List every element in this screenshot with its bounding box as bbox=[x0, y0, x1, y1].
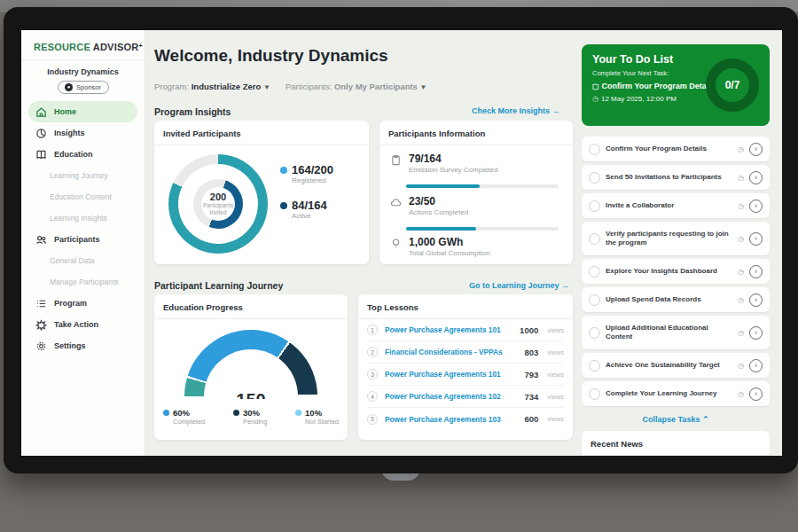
lesson-row[interactable]: 1 Power Purchase Agreements 101 1000 vie… bbox=[367, 319, 564, 341]
task-checkbox[interactable] bbox=[589, 294, 600, 306]
sidebar-item-label: Participants bbox=[54, 235, 100, 244]
section-program-insights: Program Insights bbox=[154, 106, 231, 117]
card-title: Invited Participants bbox=[154, 121, 369, 145]
cloud-icon bbox=[390, 197, 402, 208]
todo-task-list: Confirm Your Program Details ◷ › Send 50… bbox=[582, 137, 770, 426]
chevron-down-icon: ▼ bbox=[263, 83, 270, 91]
sidebar-item-settings[interactable]: Settings bbox=[21, 335, 145, 356]
lesson-link[interactable]: Financial Considerations - VPPAs bbox=[385, 348, 517, 356]
logo-resource: RESOURCE bbox=[34, 42, 90, 52]
lesson-link[interactable]: Power Purchase Agreements 103 bbox=[385, 415, 517, 424]
arrow-right-icon: → bbox=[552, 106, 560, 115]
chevron-right-icon[interactable]: › bbox=[749, 232, 763, 246]
program-filter[interactable]: Program: Industrialize Zero ▼ bbox=[154, 82, 270, 91]
logo-plus: + bbox=[138, 42, 143, 50]
legend-active: 84/164 Active bbox=[280, 199, 333, 220]
task-checkbox[interactable] bbox=[589, 200, 600, 212]
lesson-row[interactable]: 5 Power Purchase Agreements 103 600 view… bbox=[367, 408, 564, 430]
arrow-right-icon: → bbox=[561, 281, 569, 290]
task-checkbox[interactable] bbox=[589, 172, 600, 184]
legend-dot bbox=[280, 202, 287, 209]
recent-news-header: Recent News bbox=[582, 431, 770, 456]
sidebar-item-learning-journey[interactable]: Learning Journey bbox=[21, 165, 145, 186]
legend-registered: 164/200 Registered bbox=[280, 163, 333, 184]
lesson-row[interactable]: 4 Power Purchase Agreements 102 734 view… bbox=[367, 386, 564, 408]
sidebar-item-education[interactable]: Education bbox=[21, 144, 145, 165]
chevron-right-icon[interactable]: › bbox=[749, 265, 763, 278]
logo-advisor: ADVISOR bbox=[93, 42, 139, 52]
dashboard-screen: RESOURCE ADVISOR+ Industry Dynamics ● Sp… bbox=[21, 30, 782, 456]
participants-filter-label: Participants: bbox=[286, 82, 332, 91]
task-item[interactable]: Verify participants requesting to join t… bbox=[582, 222, 770, 255]
sidebar-item-manage-participants[interactable]: Manage Participants bbox=[21, 271, 145, 293]
action-icon bbox=[35, 319, 47, 331]
stat-actions: 23/50 Actions Completed bbox=[390, 195, 562, 216]
sponsor-badge-label: Sponsor bbox=[76, 83, 101, 91]
sidebar-nav: Home Insights Education Learning Journey… bbox=[21, 101, 145, 356]
task-item[interactable]: Achieve One Sustainability Target ◷ › bbox=[582, 353, 770, 378]
chevron-right-icon[interactable]: › bbox=[749, 200, 763, 213]
task-checkbox[interactable] bbox=[589, 360, 600, 372]
sidebar-item-home[interactable]: Home bbox=[28, 101, 137, 122]
task-checkbox[interactable] bbox=[589, 233, 600, 245]
lesson-row[interactable]: 2 Financial Considerations - VPPAs 803 v… bbox=[367, 341, 564, 364]
sidebar-item-participants[interactable]: Participants bbox=[21, 229, 145, 250]
legend-not-started: 10% Not Started bbox=[295, 408, 339, 426]
chevron-right-icon[interactable]: › bbox=[749, 387, 763, 401]
check-more-insights-link[interactable]: Check More Insights → bbox=[472, 106, 560, 115]
org-name: Industry Dynamics bbox=[21, 67, 145, 76]
sidebar-item-learning-insights[interactable]: Learning Insights bbox=[21, 207, 145, 229]
insights-icon bbox=[35, 128, 47, 139]
task-item[interactable]: Invite a Collaborator ◷ › bbox=[582, 193, 770, 218]
card-title: Participants Information bbox=[379, 121, 573, 145]
chevron-right-icon[interactable]: › bbox=[749, 326, 763, 340]
go-to-learning-journey-link[interactable]: Go to Learning Journey → bbox=[469, 281, 569, 290]
sidebar-item-label: Manage Participants bbox=[50, 278, 119, 286]
donut-center-value: 200 bbox=[210, 192, 226, 202]
program-filter-label: Program: bbox=[154, 82, 189, 91]
sidebar-item-insights[interactable]: Insights bbox=[21, 122, 145, 144]
top-lessons-card: Top Lessons 1 Power Purchase Agreements … bbox=[358, 294, 573, 440]
task-item[interactable]: Explore Your Insights Dashboard ◷ › bbox=[582, 259, 770, 284]
bulb-icon bbox=[390, 238, 402, 249]
education-gauge-chart: 150 Participants bbox=[184, 330, 317, 399]
chevron-right-icon[interactable]: › bbox=[749, 171, 763, 184]
lesson-link[interactable]: Power Purchase Agreements 101 bbox=[385, 370, 517, 379]
task-item[interactable]: Send 50 Invitations to Participants ◷ › bbox=[582, 165, 770, 190]
task-checkbox[interactable] bbox=[589, 144, 600, 155]
sidebar-item-program[interactable]: Program bbox=[21, 293, 145, 314]
clock-icon: ◷ bbox=[738, 235, 744, 243]
task-checkbox[interactable] bbox=[589, 327, 600, 339]
gear-icon bbox=[35, 340, 47, 352]
lesson-link[interactable]: Power Purchase Agreements 102 bbox=[385, 392, 517, 401]
sidebar-item-take-action[interactable]: Take Action bbox=[21, 314, 145, 335]
sidebar-item-general-data[interactable]: General Data bbox=[21, 250, 145, 271]
collapse-tasks-link[interactable]: Collapse Tasks ⌃ bbox=[582, 410, 770, 426]
chevron-right-icon[interactable]: › bbox=[749, 359, 763, 372]
sidebar-item-label: Education bbox=[54, 150, 93, 159]
sidebar-item-education-content[interactable]: Education Content bbox=[21, 186, 145, 207]
sidebar-item-label: Home bbox=[54, 107, 76, 116]
clock-icon: ◷ bbox=[738, 202, 744, 210]
participants-information-card: Participants Information 79/164 Emission… bbox=[379, 121, 573, 264]
task-checkbox[interactable] bbox=[589, 388, 600, 400]
task-item[interactable]: Confirm Your Program Details ◷ › bbox=[582, 137, 770, 161]
donut-center-label: Participants Invited bbox=[196, 202, 240, 217]
task-item[interactable]: Upload Spend Data Records ◷ › bbox=[582, 287, 770, 312]
lesson-link[interactable]: Power Purchase Agreements 101 bbox=[385, 325, 512, 334]
task-checkbox[interactable] bbox=[589, 266, 600, 278]
lesson-row[interactable]: 3 Power Purchase Agreements 101 793 view… bbox=[367, 364, 564, 386]
task-item[interactable]: Upload Additional Educational Content ◷ … bbox=[582, 316, 770, 349]
clock-icon: ◷ bbox=[738, 296, 744, 304]
chevron-up-icon: ⌃ bbox=[702, 415, 709, 424]
participants-filter-value: Only My Participants bbox=[334, 82, 418, 91]
stat-emission-survey: 79/164 Emission Survey Completed bbox=[390, 153, 562, 174]
chevron-right-icon[interactable]: › bbox=[749, 143, 763, 156]
task-item[interactable]: Complete Your Learning Journey ◷ › bbox=[582, 381, 770, 406]
chevron-right-icon[interactable]: › bbox=[749, 293, 763, 307]
legend-dot bbox=[233, 410, 239, 416]
legend-pending: 30% Pending bbox=[233, 408, 268, 426]
todo-panel: Your To Do List Complete Your Next Task:… bbox=[582, 44, 770, 126]
participants-filter[interactable]: Participants: Only My Participants ▼ bbox=[286, 82, 426, 91]
sponsor-badge[interactable]: ● Sponsor bbox=[58, 81, 109, 94]
